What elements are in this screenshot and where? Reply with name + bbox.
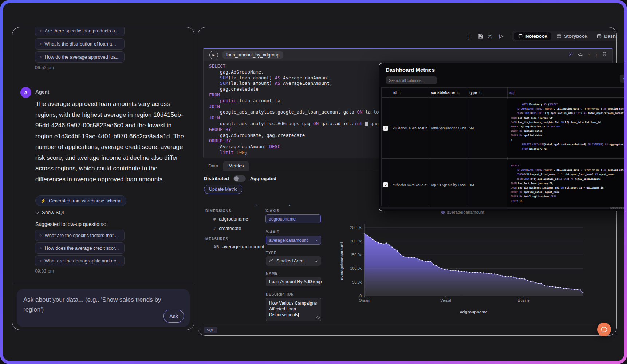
followup-question-chip[interactable]: ✧What are the specific factors that ... [35, 230, 125, 241]
row-checkbox[interactable]: ✓ [383, 182, 388, 187]
measure-item-name: averageloanamount [222, 244, 264, 249]
view-tab-storybook[interactable]: Storybook [553, 32, 591, 40]
y-axis-label: Y-AXIS [266, 230, 280, 234]
chat-panel: ✧Are there specific loan products o...✧W… [12, 27, 194, 330]
history-question-chip-label: What is the distribution of loan a... [45, 41, 116, 47]
area-chart[interactable]: 050.0k100.0k150.0k200.0k250.0kOrganiVers… [335, 219, 590, 323]
column-header-variableName[interactable]: variableName↑↓ [431, 88, 460, 97]
sparkle-icon: ✧ [39, 259, 42, 263]
followup-question-list: ✧What are the specific factors that ...✧… [35, 230, 125, 266]
followup-question-chip-label: How does the average credit scor... [45, 245, 119, 251]
kebab-menu-icon[interactable]: ⋮ [466, 33, 472, 41]
agent-name: Agent [35, 89, 49, 95]
column-header-type[interactable]: type↑↓ [469, 88, 482, 97]
dimension-item-name: createdate [219, 226, 241, 231]
message-timestamp: 09:33 pm [35, 269, 54, 274]
cell-title[interactable]: loan_amount_by_adgroup [222, 51, 283, 59]
save-icon[interactable] [478, 33, 483, 39]
chart-container: averageloanamount 050.0k100.0k150.0k200.… [335, 210, 590, 323]
variables-icon[interactable]: (x) [488, 34, 492, 38]
stacked-area-icon [269, 258, 273, 264]
measure-item[interactable]: ABaverageloanamount [213, 244, 264, 249]
overlay-search-input[interactable]: Search all columns... [386, 76, 437, 84]
history-question-list: ✧Are there specific loan products o...✧W… [35, 27, 125, 63]
type-cell: DM [469, 183, 505, 187]
svg-text:Organi: Organi [359, 298, 370, 302]
type-label: TYPE [266, 251, 276, 255]
move-down-icon[interactable]: ↓ [595, 52, 598, 58]
table-row[interactable]: ✓e9ffecb9-642a-4a6c-a18Top 10 Agents by … [382, 158, 624, 211]
run-icon[interactable]: ▷ [499, 33, 504, 39]
run-cell-icon[interactable]: ▶ [209, 51, 218, 59]
history-question-chip[interactable]: ✧What is the distribution of loan a... [35, 38, 125, 50]
switch-knob [234, 176, 239, 181]
row-checkbox[interactable]: ✓ [383, 126, 388, 131]
history-question-chip[interactable]: ✧How do the average approved loa... [35, 51, 125, 63]
metric-name-input[interactable]: Loan Amount By AdGroup [266, 277, 321, 286]
magic-wand-icon[interactable] [568, 52, 573, 58]
sparkle-icon: ✧ [39, 246, 42, 250]
chat-input[interactable]: Ask about your data... (e.g., 'Show sale… [17, 289, 190, 327]
cell-tab-bar: DataMetrics [203, 161, 249, 171]
followup-question-chip[interactable]: ✧How does the average credit scor... [35, 242, 125, 254]
sort-icon[interactable]: ↑↓ [398, 91, 402, 94]
followup-question-chip[interactable]: ✧What are the demographic and ec... [35, 255, 125, 266]
x-axis-field[interactable]: adgroupname [265, 214, 321, 223]
ask-button[interactable]: Ask [163, 310, 184, 323]
columns-button[interactable]: Col [620, 75, 624, 83]
show-sql-toggle[interactable]: Show SQL [35, 210, 66, 215]
dashboard-metrics-overlay: Dashboard Metrics Search all columns... … [379, 63, 624, 211]
measure-item-type-icon: AB [213, 245, 219, 249]
history-question-chip[interactable]: ✧Are there specific loan products o... [35, 27, 125, 36]
sort-icon[interactable]: ↑↓ [479, 91, 482, 94]
language-badge: SQL [204, 327, 217, 333]
view-tab-notebook[interactable]: Notebook [514, 32, 551, 40]
measure-list: ABaverageloanamount [213, 244, 264, 249]
show-sql-label: Show SQL [42, 210, 66, 215]
y-axis-field[interactable]: averageloanamount × [266, 236, 321, 245]
name-label: NAME [266, 272, 278, 276]
dimension-item[interactable]: #createdate [213, 226, 248, 231]
dimension-item[interactable]: #adgroupname [213, 216, 248, 222]
metrics-table: id↑↓variableName↑↓type↑↓sql ✓796dd2c1-c6… [381, 87, 624, 206]
view-tab-label: Notebook [525, 33, 547, 39]
chart-type-select[interactable]: Stacked Area [266, 256, 321, 266]
svg-text:100.0k: 100.0k [350, 266, 362, 270]
agent-message: The average approved loan amounts vary a… [35, 99, 188, 185]
sql-preview-cell[interactable]: SELECT TO_CHAR(DATE_TRUNC('month', dbi.a… [507, 160, 624, 210]
sql-preview-cell[interactable]: WITH BaseQuery AS (SELECT TO_CHAR(DATE_T… [507, 99, 624, 157]
remove-icon[interactable]: × [316, 238, 318, 242]
cell-tab-metrics[interactable]: Metrics [223, 161, 249, 171]
svg-text:50.0k: 50.0k [352, 280, 362, 284]
view-tab-label: Storybook [564, 33, 587, 39]
collapse-left-icon[interactable]: ‹ [256, 202, 257, 208]
column-header-sql[interactable]: sql [509, 88, 514, 97]
text-cursor [298, 313, 299, 317]
scrollbar-thumb[interactable] [610, 207, 624, 209]
resize-handle-icon[interactable] [316, 316, 320, 320]
column-header-id[interactable]: id↑↓ [393, 88, 401, 97]
sparkle-icon: ✧ [39, 29, 42, 33]
move-up-icon[interactable]: ↑ [588, 52, 591, 58]
dimensions-label: DIMENSIONS [205, 209, 231, 213]
bolt-icon: ⚡ [40, 198, 46, 203]
sort-icon[interactable]: ↑↓ [457, 91, 460, 94]
collapse-config-icon[interactable]: ‹ [289, 202, 291, 208]
cell-tab-data[interactable]: Data [203, 161, 223, 171]
column-header-label: type [469, 91, 477, 95]
update-metric-button[interactable]: Update Metric [204, 185, 242, 194]
eye-icon[interactable] [578, 52, 583, 58]
table-row[interactable]: ✓796dd2c1-c61b-4a4f-b6cTotal Application… [382, 98, 624, 158]
delete-icon[interactable] [602, 52, 607, 58]
view-tab-dashboard[interactable]: Dashboard [593, 32, 617, 40]
aggregation-switch[interactable] [233, 175, 246, 182]
agent-avatar: A [20, 87, 31, 98]
description-textarea[interactable]: How Various Campaigns Affected Loan Disb… [266, 298, 321, 321]
overlay-title: Dashboard Metrics [386, 67, 435, 73]
y-axis-value: averageloanamount [269, 238, 308, 243]
support-chat-button[interactable] [597, 323, 611, 336]
type-cell: AM [469, 126, 505, 130]
chat-divider [12, 285, 194, 285]
horizontal-scrollbar[interactable] [380, 207, 624, 209]
dimension-item-name: adgroupname [219, 216, 248, 222]
